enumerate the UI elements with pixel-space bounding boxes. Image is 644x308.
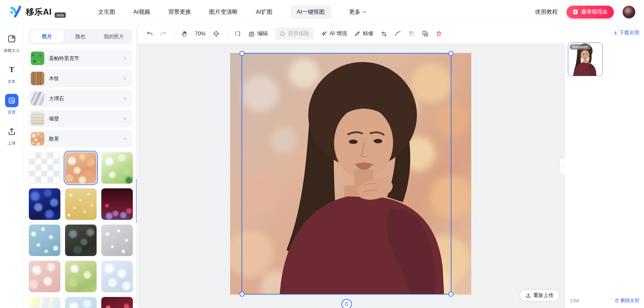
- rail-item-upload[interactable]: 上传: [5, 125, 18, 146]
- trash-icon: [614, 298, 619, 303]
- delete-button[interactable]: [436, 30, 442, 37]
- category-wall[interactable]: 墙壁: [29, 110, 132, 127]
- rail-item-label: 上传: [8, 140, 16, 146]
- background-thumbnail-light-rays[interactable]: [29, 297, 60, 308]
- edit-button[interactable]: 编辑: [248, 30, 268, 37]
- avatar[interactable]: [623, 6, 635, 18]
- page-indicator: 1/50: [570, 298, 579, 303]
- redo-button[interactable]: [160, 30, 167, 37]
- category-thumbnail: [31, 112, 44, 125]
- selection-handle-bottom-right[interactable]: [448, 292, 453, 297]
- category-marble[interactable]: 大理石: [29, 90, 132, 107]
- brand-logo-icon: [9, 5, 23, 19]
- toolbar-divider: [227, 31, 227, 37]
- background-thumbnail-silver-glitter[interactable]: [101, 225, 133, 256]
- duplicate-button[interactable]: [422, 30, 429, 37]
- background-thumbnail-dark-bokeh[interactable]: [65, 225, 97, 256]
- rail-item-resize[interactable]: 调整大小: [4, 32, 20, 54]
- selection-handle-top-right[interactable]: [448, 51, 453, 56]
- category-bokeh[interactable]: 散景: [29, 130, 132, 147]
- nav-item-bg-replace[interactable]: 背景更换: [168, 5, 191, 19]
- nav-more-label: 更多: [349, 8, 361, 16]
- panel-scrollbar-thumb[interactable]: [136, 179, 137, 223]
- nav-item-text-to-image[interactable]: 文生图: [98, 5, 115, 19]
- chevron-right-icon: [122, 56, 127, 61]
- rotate-handle[interactable]: [341, 299, 352, 308]
- category-wood[interactable]: 木纹: [29, 70, 132, 87]
- background-thumbnail-gold-glitter[interactable]: [65, 188, 97, 220]
- app-root: 移乐AI beta 文生图 AI视频 背景更换 图片变清晰 AI扩图 AI一键抠…: [0, 0, 644, 308]
- beta-badge: beta: [55, 12, 66, 18]
- delete-all-label: 删除全部: [621, 298, 639, 304]
- edit-icon: [248, 30, 255, 37]
- text-icon: T: [5, 63, 18, 76]
- crop-button[interactable]: [381, 30, 387, 37]
- invite-button[interactable]: ¥ 邀请领现金: [567, 6, 614, 18]
- selection-handle-bottom-left[interactable]: [239, 292, 245, 297]
- category-thumbnail: [31, 132, 44, 145]
- nav-item-ai-expand[interactable]: AI扩图: [256, 5, 272, 19]
- canvas-image[interactable]: [230, 53, 471, 295]
- delete-all-link[interactable]: 删除全部: [614, 298, 639, 304]
- blur-button[interactable]: [409, 30, 415, 37]
- tab-photos[interactable]: 照片: [30, 30, 64, 43]
- category-label: 木纹: [49, 75, 59, 82]
- background-thumbnail-pink-bokeh[interactable]: [29, 261, 60, 292]
- rail-item-label: 背景: [8, 110, 16, 115]
- selection-handle-top-left[interactable]: [239, 51, 245, 56]
- undo-button[interactable]: [146, 30, 153, 37]
- retouch-button[interactable]: 精修: [354, 30, 374, 37]
- svg-text:¥: ¥: [575, 10, 577, 14]
- tab-colors[interactable]: 颜色: [64, 30, 97, 43]
- background-thumbnail-orange-bokeh-selected[interactable]: [65, 152, 97, 184]
- brand-name: 移乐AI: [26, 6, 52, 17]
- reupload-button[interactable]: 重新上传: [520, 289, 559, 302]
- nav-item-upscale[interactable]: 图片变清晰: [209, 5, 237, 19]
- pan-hand-button[interactable]: [181, 30, 188, 37]
- background-thumbnail-crimson-glitter[interactable]: [101, 297, 133, 308]
- canvas-area: 重新上传: [138, 43, 565, 308]
- bg-remove-button-disabled[interactable]: 背景移除: [275, 27, 314, 40]
- nav-item-ai-video[interactable]: AI视频: [133, 5, 150, 19]
- background-thumbnail-sky-bokeh[interactable]: [65, 297, 97, 308]
- background-thumbnail-snow-bokeh[interactable]: [101, 261, 133, 292]
- bg-remove-icon: [279, 31, 285, 37]
- background-thumbnail-spring-bokeh[interactable]: [65, 261, 97, 292]
- panel-scrollbar[interactable]: [136, 29, 137, 306]
- background-thumbnail-blue-bokeh[interactable]: [29, 188, 60, 220]
- result-thumbnail[interactable]: Removed: [568, 43, 603, 76]
- nav-item-ai-cutout[interactable]: AI一键抠图: [291, 5, 331, 19]
- download-all-link[interactable]: 下载全部: [613, 29, 639, 36]
- category-label: 墙壁: [49, 116, 59, 122]
- primary-nav: 文生图 AI视频 背景更换 图片变清晰 AI扩图 AI一键抠图 更多: [98, 5, 366, 19]
- center-crosshair-button[interactable]: [213, 30, 220, 37]
- zoom-level[interactable]: 70%: [195, 31, 206, 37]
- rail-item-text[interactable]: T 文本: [5, 63, 18, 84]
- background-thumbnail-ice-sparkle[interactable]: [29, 225, 60, 256]
- panel-collapse-tab[interactable]: [560, 159, 565, 174]
- category-thumbnail: [31, 72, 44, 85]
- tab-my-photos[interactable]: 我的照片: [97, 30, 130, 43]
- bg-remove-label: 背景移除: [288, 30, 309, 37]
- category-label: 散景: [49, 136, 59, 142]
- rail-item-label: 文本: [8, 79, 16, 84]
- toolbar-divider: [174, 31, 174, 37]
- curve-button[interactable]: [394, 30, 401, 37]
- results-footer: 1/50 删除全部: [565, 293, 644, 308]
- ai-enhance-button[interactable]: AI 增强: [321, 30, 347, 37]
- nav-more[interactable]: 更多: [349, 5, 367, 19]
- ai-enhance-label: AI 增强: [330, 30, 347, 37]
- rail-item-background[interactable]: 背景: [5, 94, 18, 115]
- tutorial-link[interactable]: 使用教程: [535, 8, 558, 16]
- rotate-icon: [344, 302, 349, 307]
- flip-button[interactable]: [234, 30, 241, 37]
- upload-icon: [5, 125, 18, 138]
- background-thumbnail-transparent[interactable]: [29, 152, 60, 184]
- chevron-right-icon: [122, 96, 127, 101]
- navbar: 移乐AI beta 文生图 AI视频 背景更换 图片变清晰 AI扩图 AI一键抠…: [0, 0, 644, 24]
- category-st-patricks[interactable]: 圣帕特里克节: [29, 50, 132, 67]
- brand[interactable]: 移乐AI beta: [9, 5, 66, 19]
- chevron-right-icon: [561, 165, 564, 168]
- background-thumbnail-green-bokeh[interactable]: [101, 152, 133, 184]
- background-thumbnail-red-glitter[interactable]: [101, 188, 133, 220]
